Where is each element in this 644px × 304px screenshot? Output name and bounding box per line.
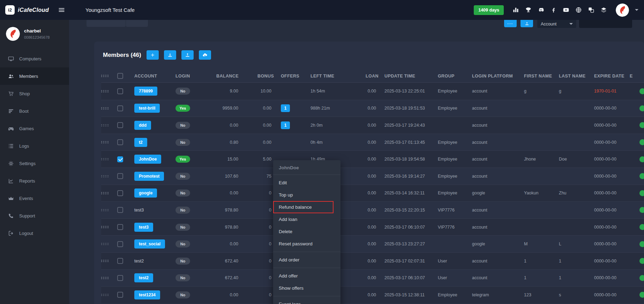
trophy-icon[interactable] <box>525 7 532 13</box>
row-menu-icon[interactable] <box>101 243 117 245</box>
user-avatar[interactable] <box>6 27 20 41</box>
column-header-bonus[interactable]: BONUS <box>257 74 281 79</box>
cloud-sync-button[interactable] <box>199 50 211 60</box>
account-button[interactable]: test1234 <box>134 290 160 299</box>
column-header-group[interactable]: GROUP <box>438 74 472 79</box>
row-menu-icon[interactable] <box>101 277 117 279</box>
menu-toggle-icon[interactable] <box>58 6 65 14</box>
account-button[interactable]: 778899 <box>134 87 157 96</box>
sidebar-item-boot[interactable]: Boot <box>0 102 69 120</box>
menu-item-show-offers[interactable]: Show offers <box>273 282 340 294</box>
row-menu-icon[interactable] <box>101 192 117 194</box>
row-menu-icon[interactable] <box>101 175 117 178</box>
menu-item-delete[interactable]: Delete <box>273 225 340 238</box>
account-avatar[interactable] <box>616 3 629 17</box>
menu-item-add-offer[interactable]: Add offer <box>273 270 340 282</box>
table-row[interactable]: PromotestNo107.60750.002025-03-16 19:14:… <box>101 168 644 185</box>
column-header-first-name[interactable]: FIRST NAME <box>524 74 559 79</box>
row-checkbox[interactable] <box>117 241 123 247</box>
row-checkbox[interactable] <box>117 156 123 162</box>
menu-item-event-logs[interactable]: Event logs <box>273 298 340 304</box>
account-button[interactable]: test-brill <box>134 104 160 113</box>
column-header-offers[interactable]: OFFERS <box>281 74 310 79</box>
globe-icon[interactable] <box>575 7 582 13</box>
row-checkbox[interactable] <box>117 224 123 230</box>
row-checkbox[interactable] <box>117 173 123 179</box>
export-members-button[interactable] <box>181 50 194 60</box>
row-menu-icon[interactable] <box>101 124 117 127</box>
menu-item-reset-password[interactable]: Reset password <box>273 238 340 250</box>
subscription-days-badge[interactable]: 1409 days <box>474 5 504 15</box>
account-button[interactable]: t2 <box>134 138 147 147</box>
layers-icon[interactable] <box>600 7 607 13</box>
table-row[interactable]: test1234No0.0000.002025-03-15 12:38:11Em… <box>101 286 644 303</box>
table-row[interactable]: googleNo0.0000.002025-03-14 16:32:11Empl… <box>101 185 644 202</box>
row-checkbox[interactable] <box>117 139 123 145</box>
account-button[interactable]: google <box>134 188 157 198</box>
clipped-tab[interactable] <box>126 20 148 27</box>
row-checkbox[interactable] <box>117 88 123 94</box>
column-header-last-name[interactable]: LAST NAME <box>559 74 594 79</box>
account-button[interactable]: JohnDoe <box>134 155 161 164</box>
row-menu-icon[interactable] <box>101 209 117 212</box>
youtube-icon[interactable] <box>563 7 569 13</box>
sidebar-item-support[interactable]: Support <box>0 207 69 224</box>
menu-item-add-loan[interactable]: Add loan <box>273 213 340 225</box>
sidebar-item-games[interactable]: Games <box>0 120 69 137</box>
sidebar-item-shop[interactable]: Shop <box>0 85 69 102</box>
menu-item-top-up[interactable]: Top up <box>273 189 340 201</box>
account-button[interactable]: Promotest <box>134 172 164 181</box>
row-checkbox[interactable] <box>117 275 123 281</box>
import-members-button[interactable] <box>164 50 176 60</box>
column-header-login[interactable]: LOGIN <box>175 74 216 79</box>
menu-item-refund-balance[interactable]: Refund balance <box>273 201 334 213</box>
column-header-update-time[interactable]: UPDATE TIME <box>384 74 438 79</box>
search-input[interactable] <box>579 20 632 28</box>
table-row[interactable]: 778899No9.0010.001h 54m0.002025-03-13 22… <box>101 83 644 100</box>
account-button[interactable]: ddd <box>134 121 151 130</box>
table-row[interactable]: test3No978.8000.002025-03-15 22:20:15VIP… <box>101 201 644 218</box>
column-header-login-platform[interactable]: LOGIN PLATFORM <box>472 74 524 79</box>
column-header-left-time[interactable]: LEFT TIME <box>310 74 366 79</box>
row-menu-icon[interactable] <box>101 294 117 296</box>
menu-item-add-order[interactable]: Add order <box>273 254 340 266</box>
add-member-button[interactable] <box>147 50 159 60</box>
sidebar-item-reports[interactable]: Reports <box>0 172 69 190</box>
more-options-button[interactable]: ··· <box>504 20 517 27</box>
account-button[interactable]: test3 <box>134 223 153 232</box>
offers-badge[interactable]: 1 <box>281 104 290 112</box>
account-button[interactable]: test_social <box>134 239 165 249</box>
row-menu-icon[interactable] <box>101 141 117 143</box>
table-row[interactable]: test2No672.4000.002025-03-17 02:07:31Use… <box>101 252 644 269</box>
table-row[interactable]: JohnDoeYes15.005.001h 49m0.002025-03-18 … <box>101 150 644 168</box>
clipped-tab[interactable] <box>87 20 126 27</box>
table-row[interactable]: t2No0.800.000h 4m0.002025-03-17 01:13:45… <box>101 134 644 151</box>
row-checkbox[interactable] <box>117 122 123 128</box>
sidebar-item-computers[interactable]: Computers <box>0 50 69 67</box>
column-header-account[interactable]: ACCOUNT <box>134 74 175 79</box>
account-button[interactable]: test2 <box>134 273 153 282</box>
row-checkbox[interactable] <box>117 190 123 196</box>
language-icon[interactable] <box>588 7 594 13</box>
chevron-down-icon[interactable] <box>635 9 638 11</box>
export-button[interactable] <box>521 20 533 27</box>
table-row[interactable]: test-brillYes9959.000.001988h 21m0.00202… <box>101 100 644 117</box>
row-checkbox[interactable] <box>117 207 123 213</box>
row-checkbox[interactable] <box>117 105 123 111</box>
sidebar-item-settings[interactable]: Settings <box>0 155 69 172</box>
row-menu-icon[interactable] <box>101 107 117 110</box>
row-menu-icon[interactable] <box>101 260 117 262</box>
sidebar-item-members[interactable]: Members <box>0 67 69 85</box>
account-filter-dropdown[interactable]: Account <box>537 20 576 28</box>
offers-badge[interactable]: 1 <box>281 121 290 129</box>
facebook-icon[interactable] <box>550 7 557 13</box>
sidebar-item-logs[interactable]: Logs <box>0 137 69 155</box>
table-row[interactable]: test2No672.4000.002025-03-17 06:10:07Use… <box>101 269 644 287</box>
row-menu-icon[interactable] <box>101 226 117 228</box>
column-header-loan[interactable]: LOAN <box>366 74 384 79</box>
table-row[interactable]: test3No978.8000.002025-03-17 06:10:07VIP… <box>101 218 644 236</box>
sidebar-item-events[interactable]: Events <box>0 190 69 207</box>
column-header-expire-date[interactable]: EXPIRE DATE <box>594 74 630 79</box>
column-header-e[interactable]: E <box>630 74 644 79</box>
sidebar-item-logout[interactable]: Logout <box>0 224 69 242</box>
